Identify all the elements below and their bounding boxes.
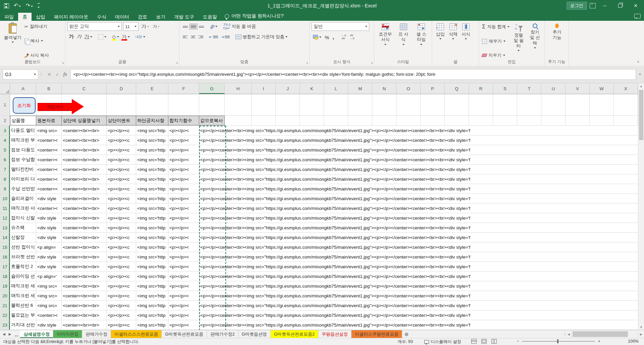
tab-review[interactable]: 검토 bbox=[133, 13, 152, 21]
enter-icon[interactable]: ✓ bbox=[55, 72, 59, 77]
cell[interactable]: <p></p>< bbox=[168, 145, 199, 155]
cell[interactable] bbox=[493, 94, 517, 115]
cell[interactable]: <p></p>< bbox=[168, 242, 199, 252]
namebox-splitter[interactable]: ⁞ bbox=[38, 72, 44, 77]
cell[interactable]: 효율적인 2 bbox=[10, 262, 36, 271]
cell[interactable] bbox=[300, 116, 324, 125]
delete-cells-button[interactable]: ✕ 삭제 bbox=[447, 22, 460, 60]
increase-decimal-button[interactable]: ←.0.00 bbox=[340, 34, 347, 41]
cell[interactable]: <div style bbox=[36, 223, 62, 232]
fill-button[interactable]: ↓ 채우기 bbox=[481, 38, 511, 45]
name-box[interactable]: G3 bbox=[3, 69, 38, 79]
find-select-button[interactable]: 찾기 및 선택 bbox=[527, 22, 543, 60]
row-header-3[interactable]: 3 bbox=[0, 126, 10, 135]
addins-button[interactable]: 추가 기능 bbox=[549, 22, 565, 60]
cell[interactable]: <center><br><br> bbox=[62, 165, 107, 174]
column-header-V[interactable]: V bbox=[566, 83, 590, 94]
insert-cells-button[interactable]: ← 삽입 bbox=[434, 22, 447, 60]
cell[interactable]: <div style bbox=[36, 252, 62, 262]
cell[interactable]: <p></p>< bbox=[168, 252, 199, 262]
cell-overflow[interactable]: <p></p><center><br><img src="https://gi.… bbox=[199, 174, 638, 184]
hscroll-thumb[interactable] bbox=[573, 331, 628, 337]
cell[interactable]: <img src='http bbox=[136, 272, 168, 281]
cell[interactable]: <center>< bbox=[36, 204, 62, 213]
cell[interactable]: <center><br><br> bbox=[62, 310, 107, 320]
cell[interactable] bbox=[517, 94, 541, 115]
table-header-cell[interactable]: 값으로복사 bbox=[199, 116, 225, 125]
undo-button[interactable]: ↶ bbox=[14, 3, 21, 8]
format-painter-button[interactable]: 서식 복사 bbox=[23, 52, 50, 59]
tab-data[interactable]: 데이터 bbox=[111, 13, 133, 21]
display-settings-button[interactable]: 디스플레이 설정 bbox=[424, 339, 461, 345]
cell[interactable] bbox=[300, 94, 324, 115]
cell[interactable]: <img src='http bbox=[136, 155, 168, 164]
cell[interactable]: <center><br><br> bbox=[62, 155, 107, 164]
cell[interactable]: 다용도 멀티 bbox=[10, 126, 36, 135]
cell-overflow[interactable]: <p></p><center><br><img src="https://gi.… bbox=[199, 301, 638, 310]
orientation-button[interactable]: ab bbox=[208, 23, 219, 30]
accounting-format-button[interactable] bbox=[312, 34, 323, 40]
cell[interactable]: <center><br><br> bbox=[62, 272, 107, 281]
cell[interactable]: 필요없는 부 bbox=[10, 310, 36, 320]
cell[interactable]: <div style bbox=[36, 320, 62, 330]
align-center-button[interactable] bbox=[189, 34, 197, 40]
cell[interactable]: <p></p>< bbox=[168, 155, 199, 164]
cell-overflow[interactable]: <p></p><center><br><img src="https://gi.… bbox=[199, 281, 638, 291]
cell[interactable]: <img src='http bbox=[136, 242, 168, 252]
cell[interactable]: <p></p><c bbox=[107, 281, 136, 291]
cell[interactable]: <img src= bbox=[36, 126, 62, 135]
cancel-icon[interactable]: ✕ bbox=[47, 72, 51, 77]
sheet-tab-쿠팡옵션설정[interactable]: 쿠팡옵션설정 bbox=[318, 330, 352, 338]
cell[interactable]: <img src='http bbox=[136, 291, 168, 300]
cell[interactable]: <img src='http bbox=[136, 194, 168, 203]
cell[interactable]: <center><br><br> bbox=[62, 204, 107, 213]
cell[interactable]: <center>< bbox=[36, 145, 62, 155]
cell[interactable]: <center><br><br> bbox=[62, 174, 107, 184]
cell-overflow[interactable]: <p></p><center><br><img src="https://gi.… bbox=[199, 145, 638, 155]
cell[interactable]: 매직크린 샤 bbox=[10, 204, 36, 213]
start-arrow-shape[interactable]: 작업개시 bbox=[38, 99, 84, 114]
view-layout-button[interactable] bbox=[481, 339, 487, 344]
cell[interactable]: <p></p><c bbox=[107, 135, 136, 145]
column-header-A[interactable]: A bbox=[10, 83, 36, 94]
clear-button[interactable]: 지우기 bbox=[481, 52, 511, 59]
row-header-7[interactable]: 7 bbox=[0, 165, 10, 174]
cell[interactable]: <p></p>< bbox=[168, 301, 199, 310]
formula-expand-button[interactable] bbox=[636, 74, 644, 75]
sheet-tab-이미지편집[interactable]: 이미지편집 bbox=[53, 330, 82, 338]
cell[interactable]: <center>< bbox=[36, 155, 62, 164]
cell[interactable]: <p></p>< bbox=[168, 291, 199, 300]
row-header-19[interactable]: 19 bbox=[0, 281, 10, 291]
view-normal-button[interactable] bbox=[471, 339, 477, 344]
italic-button[interactable]: 가 bbox=[75, 33, 83, 41]
cell[interactable]: <p></p><c bbox=[107, 291, 136, 300]
cell[interactable] bbox=[252, 94, 276, 115]
column-header-K[interactable]: K bbox=[300, 83, 324, 94]
cell[interactable]: <img src='http bbox=[136, 184, 168, 193]
cell-overflow[interactable]: <p></p><center><br><img src="https://gi.… bbox=[199, 135, 638, 145]
cell[interactable] bbox=[445, 116, 469, 125]
cell[interactable]: <img src='http bbox=[136, 126, 168, 135]
tab-file[interactable]: 파일 bbox=[0, 13, 18, 21]
comma-style-button[interactable]: , bbox=[331, 33, 335, 41]
cell[interactable] bbox=[541, 94, 566, 115]
cell[interactable]: <p></p>< bbox=[168, 174, 199, 184]
cell[interactable] bbox=[225, 116, 252, 125]
cell[interactable]: <center>< bbox=[36, 165, 62, 174]
cell[interactable]: <p></p>< bbox=[168, 194, 199, 203]
cell[interactable]: 수납 선반받 bbox=[10, 184, 36, 193]
column-header-U[interactable]: U bbox=[541, 83, 566, 94]
cell[interactable] bbox=[566, 116, 590, 125]
align-bottom-button[interactable] bbox=[198, 24, 205, 29]
align-top-button[interactable] bbox=[181, 24, 189, 29]
tab-page-layout[interactable]: 페이지 레이아웃 bbox=[50, 13, 93, 21]
column-header-S[interactable]: S bbox=[493, 83, 517, 94]
tab-overflow-indicator[interactable]: ... bbox=[14, 330, 20, 338]
column-header-X[interactable]: X bbox=[614, 83, 638, 94]
cell[interactable]: <img src= bbox=[36, 301, 62, 310]
cell[interactable] bbox=[517, 116, 541, 125]
cell[interactable]: 아이보리 다 bbox=[10, 174, 36, 184]
init-shape-button[interactable]: 초기화 bbox=[13, 97, 36, 114]
sheet-tab-이셀러스쿠팡완료모음[interactable]: 이셀러스쿠팡완료모음 bbox=[352, 330, 402, 338]
cell-overflow[interactable]: <p></p><center><br><img src="https://gi.… bbox=[199, 204, 638, 213]
